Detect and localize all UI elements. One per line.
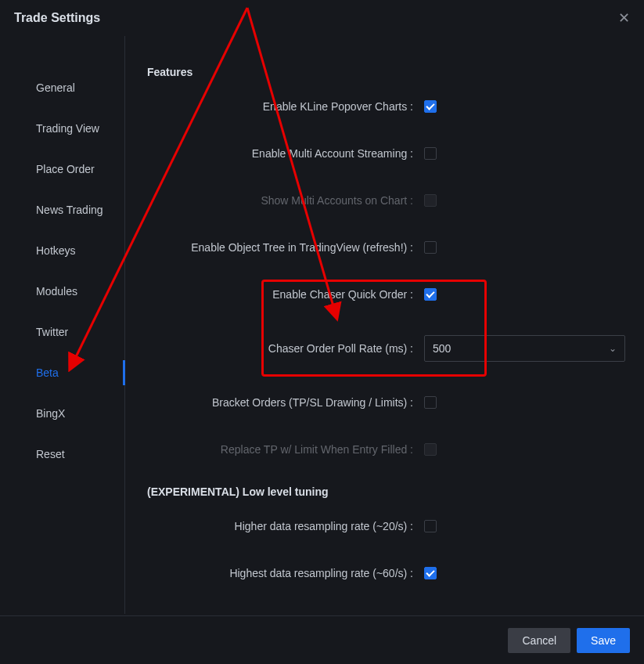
section-title-features: Features <box>147 66 625 78</box>
select-value: 500 <box>433 342 451 355</box>
field-label: Enable KLine Popover Charts : <box>147 100 418 113</box>
sidebar-item-label: Reset <box>36 448 65 460</box>
sidebar: General Trading View Place Order News Tr… <box>0 36 125 614</box>
sidebar-item-twitter[interactable]: Twitter <box>0 312 124 352</box>
checkbox-higher-resample[interactable] <box>424 520 437 532</box>
checkbox-object-tree[interactable] <box>424 241 437 254</box>
sidebar-item-label: Place Order <box>36 163 95 175</box>
modal-header: Trade Settings ✕ <box>0 0 644 36</box>
field-label: Enable Object Tree in TradingView (refre… <box>147 241 418 254</box>
field-show-multi: Show Multi Accounts on Chart : <box>147 194 625 207</box>
settings-content: Features Enable KLine Popover Charts : E… <box>125 36 644 614</box>
close-icon[interactable]: ✕ <box>618 11 630 25</box>
sidebar-item-bingx[interactable]: BingX <box>0 393 124 434</box>
sidebar-item-reset[interactable]: Reset <box>0 434 124 475</box>
modal-body: General Trading View Place Order News Tr… <box>0 36 644 614</box>
field-label: Enable Chaser Quick Order : <box>147 288 418 301</box>
field-label: Higher data resampling rate (~20/s) : <box>147 520 418 532</box>
checkbox-show-multi <box>424 194 437 207</box>
cancel-button[interactable]: Cancel <box>508 628 570 653</box>
sidebar-item-place-order[interactable]: Place Order <box>0 149 124 189</box>
field-kline: Enable KLine Popover Charts : <box>147 100 625 113</box>
select-chaser-poll[interactable]: 500 ⌄ <box>424 335 625 362</box>
sidebar-item-label: Trading View <box>36 122 99 135</box>
sidebar-item-label: Beta <box>36 366 59 379</box>
checkbox-chaser-quick[interactable] <box>424 288 437 301</box>
modal-footer: Cancel Save <box>0 615 644 664</box>
field-label: Replace TP w/ Limit When Entry Filled : <box>147 443 418 456</box>
save-button[interactable]: Save <box>577 628 630 653</box>
sidebar-item-label: Twitter <box>36 326 68 338</box>
sidebar-item-label: BingX <box>36 407 65 420</box>
field-chaser-poll: Chaser Order Poll Rate (ms) : 500 ⌄ <box>147 335 625 362</box>
chevron-down-icon: ⌄ <box>609 343 617 354</box>
sidebar-item-label: Modules <box>36 285 77 298</box>
sidebar-item-label: Hotkeys <box>36 244 76 257</box>
checkbox-replace-tp <box>424 443 437 456</box>
checkbox-highest-resample[interactable] <box>424 567 437 579</box>
modal-title: Trade Settings <box>14 11 100 25</box>
field-label: Show Multi Accounts on Chart : <box>147 194 418 207</box>
field-higher-resample: Higher data resampling rate (~20/s) : <box>147 520 625 532</box>
section-title-tuning: (EXPERIMENTAL) Low level tuning <box>147 485 625 498</box>
field-object-tree: Enable Object Tree in TradingView (refre… <box>147 241 625 254</box>
sidebar-item-trading-view[interactable]: Trading View <box>0 108 124 149</box>
field-bracket: Bracket Orders (TP/SL Drawing / Limits) … <box>147 396 625 409</box>
checkbox-streaming[interactable] <box>424 147 437 160</box>
field-label: Chaser Order Poll Rate (ms) : <box>147 342 418 355</box>
field-highest-resample: Highest data resampling rate (~60/s) : <box>147 567 625 579</box>
checkbox-bracket[interactable] <box>424 396 437 409</box>
sidebar-item-label: News Trading <box>36 204 103 216</box>
sidebar-item-hotkeys[interactable]: Hotkeys <box>0 230 124 271</box>
field-replace-tp: Replace TP w/ Limit When Entry Filled : <box>147 443 625 456</box>
checkbox-kline[interactable] <box>424 100 437 113</box>
field-label: Bracket Orders (TP/SL Drawing / Limits) … <box>147 396 418 409</box>
field-label: Enable Multi Account Streaming : <box>147 147 418 160</box>
sidebar-item-modules[interactable]: Modules <box>0 271 124 312</box>
sidebar-item-general[interactable]: General <box>0 67 124 108</box>
field-streaming: Enable Multi Account Streaming : <box>147 147 625 160</box>
sidebar-item-label: General <box>36 81 75 94</box>
field-chaser-quick: Enable Chaser Quick Order : <box>147 288 625 301</box>
sidebar-item-news-trading[interactable]: News Trading <box>0 189 124 230</box>
sidebar-item-beta[interactable]: Beta <box>0 352 124 393</box>
field-label: Highest data resampling rate (~60/s) : <box>147 567 418 579</box>
